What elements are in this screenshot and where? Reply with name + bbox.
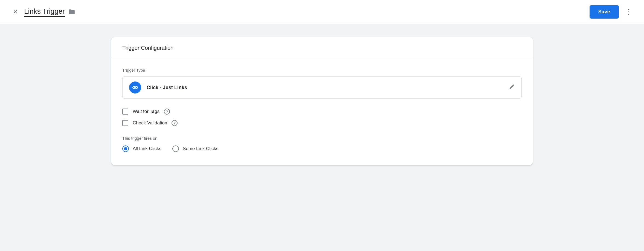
check-validation-label: Check Validation [133,120,167,126]
trigger-configuration-card: Trigger Configuration Trigger Type Click… [111,37,533,165]
some-link-clicks-radio[interactable] [172,145,179,152]
all-link-clicks-label: All Link Clicks [133,146,161,151]
wait-for-tags-help-icon[interactable]: ? [164,109,170,115]
header-actions: Save ⋮ [590,5,635,19]
some-link-clicks-radio-item[interactable]: Some Link Clicks [172,145,218,152]
all-link-clicks-radio-inner [124,147,127,150]
trigger-type-name: Click - Just Links [147,85,509,91]
all-link-clicks-radio[interactable] [122,145,129,152]
fires-on-label: This trigger fires on [122,136,522,141]
header: ✕ Links Trigger Save ⋮ [0,0,644,24]
trigger-type-icon [129,81,141,94]
radio-group: All Link Clicks Some Link Clicks [122,145,522,152]
trigger-type-label: Trigger Type [122,68,522,72]
wait-for-tags-item[interactable]: Wait for Tags ? [122,109,522,115]
check-validation-item[interactable]: Check Validation ? [122,120,522,126]
checkbox-group: Wait for Tags ? Check Validation ? [122,109,522,126]
some-link-clicks-label: Some Link Clicks [183,146,218,151]
check-validation-help-icon[interactable]: ? [172,120,178,126]
more-options-button[interactable]: ⋮ [622,5,635,19]
page-title: Links Trigger [24,7,65,17]
card-body: Trigger Type Click - Just Links [111,58,533,165]
card-header: Trigger Configuration [111,37,533,58]
folder-icon[interactable] [68,8,75,16]
save-button[interactable]: Save [590,5,619,19]
header-title-group: Links Trigger [24,7,75,17]
wait-for-tags-label: Wait for Tags [133,109,159,114]
card-title: Trigger Configuration [122,45,173,51]
close-button[interactable]: ✕ [9,5,22,19]
all-link-clicks-radio-item[interactable]: All Link Clicks [122,145,161,152]
main-content: Trigger Configuration Trigger Type Click… [0,24,644,178]
trigger-type-selector[interactable]: Click - Just Links [122,76,522,99]
edit-trigger-type-icon[interactable] [509,84,515,91]
check-validation-checkbox[interactable] [122,120,128,126]
wait-for-tags-checkbox[interactable] [122,109,128,115]
